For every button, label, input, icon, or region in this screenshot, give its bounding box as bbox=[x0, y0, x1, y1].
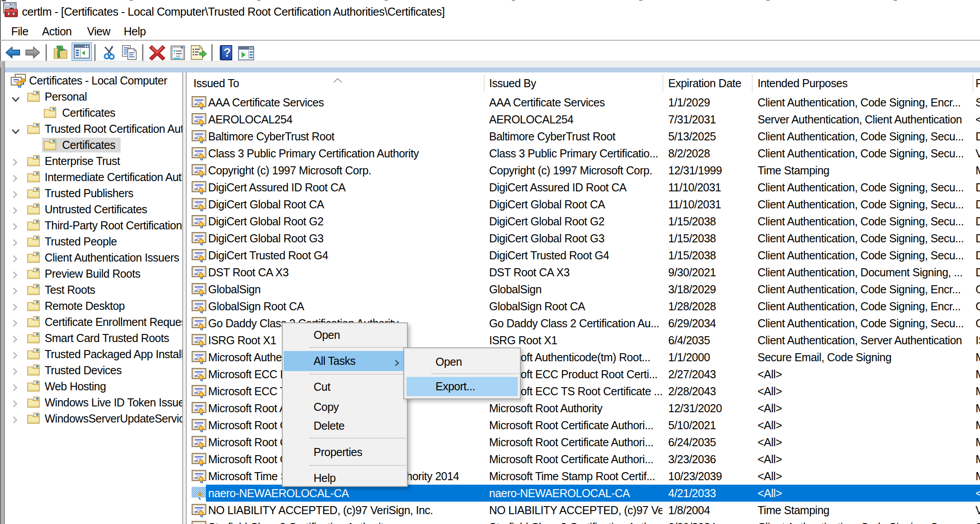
svg-text:?: ? bbox=[224, 46, 231, 59]
